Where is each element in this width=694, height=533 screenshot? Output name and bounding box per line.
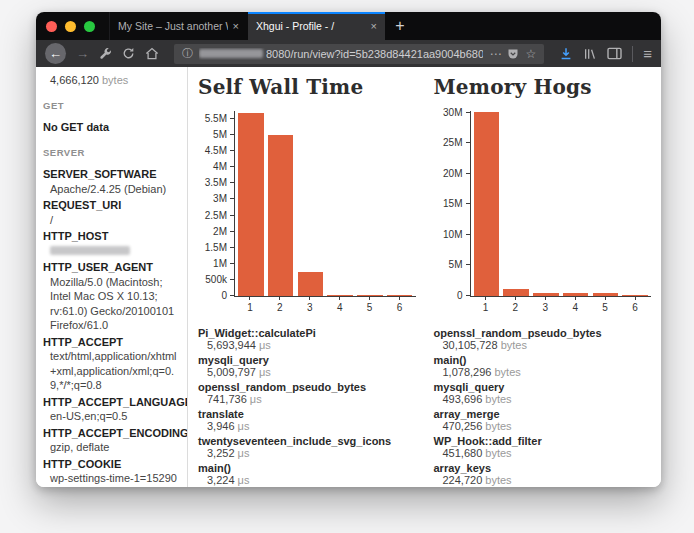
download-icon — [559, 47, 573, 61]
x-axis-label: 2 — [265, 297, 295, 313]
pocket-button[interactable] — [507, 48, 519, 60]
y-axis-tick: 1.5M — [230, 247, 235, 248]
function-list-item: openssl_random_pseudo_bytes30,105,728 by… — [434, 327, 652, 351]
function-value-number: 5,693,944 — [207, 339, 259, 351]
function-name[interactable]: main() — [198, 462, 416, 474]
sidebar-entry-key: HTTP_USER_AGENT — [43, 260, 179, 275]
y-axis-tick: 25M — [466, 142, 471, 143]
downloads-button[interactable] — [559, 47, 573, 61]
function-value: 3,946 μs — [198, 420, 416, 432]
url-bar[interactable]: ⓘ 8080/run/view?id=5b238d84421aa9004b680… — [174, 44, 544, 64]
function-name[interactable]: WP_Hook::add_filter — [434, 435, 652, 447]
function-list-item: twentyseventeen_include_svg_icons3,252 μ… — [198, 435, 416, 459]
minimize-window-button[interactable] — [65, 21, 76, 32]
sidebar-section-header: SERVER — [43, 147, 179, 160]
bar[interactable] — [387, 295, 413, 296]
function-value: 5,693,944 μs — [198, 339, 416, 351]
url-text[interactable]: 8080/run/view?id=5b238d84421aa9004b680a — [199, 48, 483, 60]
memory-total-value: 4,666,120 — [50, 74, 99, 86]
function-value-number: 3,946 — [207, 420, 238, 432]
redacted-host — [199, 49, 263, 58]
function-name[interactable]: twentyseventeen_include_svg_icons — [198, 435, 416, 447]
tab-wordpress-site[interactable]: My Site – Just another WordPress s × — [109, 12, 247, 40]
x-axis-label: 3 — [530, 297, 560, 313]
function-list-item: WP_Hook::add_filter451,680 bytes — [434, 435, 652, 459]
function-name[interactable]: mysqli_query — [198, 354, 416, 366]
sidebar-entry-value: text/html,application/xhtml+xml,applicat… — [43, 349, 179, 393]
y-axis-tick-label: 30M — [443, 107, 462, 118]
forward-icon: → — [76, 47, 89, 60]
chart-title: Memory Hogs — [434, 75, 652, 99]
bookmark-star-button[interactable]: ☆ — [525, 48, 536, 60]
bar[interactable] — [327, 295, 353, 296]
tab-xhgui-profile[interactable]: Xhgui - Profile - / × — [247, 12, 385, 40]
library-button[interactable] — [583, 47, 597, 61]
url-visible-text: 8080/run/view?id=5b238d84421aa9004b680a — [266, 48, 483, 60]
function-name[interactable]: array_merge — [434, 408, 652, 420]
x-labels: 123456 — [234, 297, 416, 313]
close-tab-icon[interactable]: × — [371, 20, 377, 32]
sidebar-entry-key: HTTP_ACCEPT — [43, 335, 179, 350]
bar-slot — [385, 111, 415, 296]
function-name[interactable]: array_keys — [434, 462, 652, 474]
bar-slot — [266, 111, 296, 296]
profile-details-sidebar: 4,666,120 bytes GETNo GET dataSERVERSERV… — [36, 67, 188, 487]
function-name[interactable]: main() — [434, 354, 652, 366]
bar[interactable] — [298, 272, 324, 296]
bar[interactable] — [474, 112, 500, 296]
tab-title: My Site – Just another WordPress s — [118, 20, 228, 32]
forward-button[interactable]: → — [76, 47, 89, 60]
new-tab-button[interactable]: + — [385, 12, 415, 40]
back-button[interactable]: ← — [45, 43, 66, 64]
function-value: 224,720 bytes — [434, 474, 652, 486]
y-axis-tick: 3M — [230, 198, 235, 199]
y-axis-tick: 0 — [466, 295, 471, 296]
close-tab-icon[interactable]: × — [233, 20, 239, 32]
menu-button[interactable]: ≡ — [643, 46, 652, 61]
bar-slot — [325, 111, 355, 296]
bar[interactable] — [593, 293, 619, 296]
bar[interactable] — [503, 289, 529, 296]
y-axis-tick-label: 4M — [213, 161, 227, 172]
sidebar-entry-key: HTTP_HOST — [43, 229, 179, 244]
bar[interactable] — [563, 293, 589, 296]
sidebar-entry-value: wp-settings-time-1=1529056418; wordpress… — [43, 471, 179, 487]
x-axis-label: 1 — [471, 297, 501, 313]
home-icon — [145, 47, 159, 60]
page-actions-button[interactable]: ⋯ — [489, 48, 501, 60]
function-value-unit: bytes — [485, 420, 511, 432]
function-name[interactable]: openssl_random_pseudo_bytes — [434, 327, 652, 339]
bar[interactable] — [268, 135, 294, 296]
function-value-unit: bytes — [485, 474, 511, 486]
sidebar-entry-key: HTTP_ACCEPT_LANGUAGE — [43, 395, 179, 410]
function-name[interactable]: mysqli_query — [434, 381, 652, 393]
sidebar-toggle-button[interactable] — [607, 47, 622, 60]
function-value: 3,224 μs — [198, 474, 416, 486]
developer-tools-button[interactable] — [99, 47, 112, 60]
function-value-unit: bytes — [495, 366, 521, 378]
function-value: 1,078,296 bytes — [434, 366, 652, 378]
bar[interactable] — [357, 295, 383, 296]
function-list-item: mysqli_query493,696 bytes — [434, 381, 652, 405]
zoom-window-button[interactable] — [84, 21, 95, 32]
bar-slot — [296, 111, 326, 296]
bar-slot — [620, 111, 650, 296]
close-window-button[interactable] — [46, 21, 57, 32]
function-value: 3,252 μs — [198, 447, 416, 459]
y-axis-tick: 5M — [230, 134, 235, 135]
memory-total-unit: bytes — [102, 74, 128, 86]
wrench-icon — [99, 47, 112, 60]
bar[interactable] — [238, 113, 264, 296]
function-name[interactable]: Pi_Widget::calculatePi — [198, 327, 416, 339]
y-axis-tick: 2.5M — [230, 215, 235, 216]
site-info-icon[interactable]: ⓘ — [182, 46, 193, 61]
function-name[interactable]: openssl_random_pseudo_bytes — [198, 381, 416, 393]
bar-slot — [355, 111, 385, 296]
function-name[interactable]: translate — [198, 408, 416, 420]
bar[interactable] — [533, 293, 559, 296]
home-button[interactable] — [145, 47, 159, 60]
function-value: 451,680 bytes — [434, 447, 652, 459]
y-axis-tick-label: 500k — [205, 274, 227, 285]
reload-button[interactable] — [122, 47, 135, 60]
bar[interactable] — [622, 295, 648, 296]
